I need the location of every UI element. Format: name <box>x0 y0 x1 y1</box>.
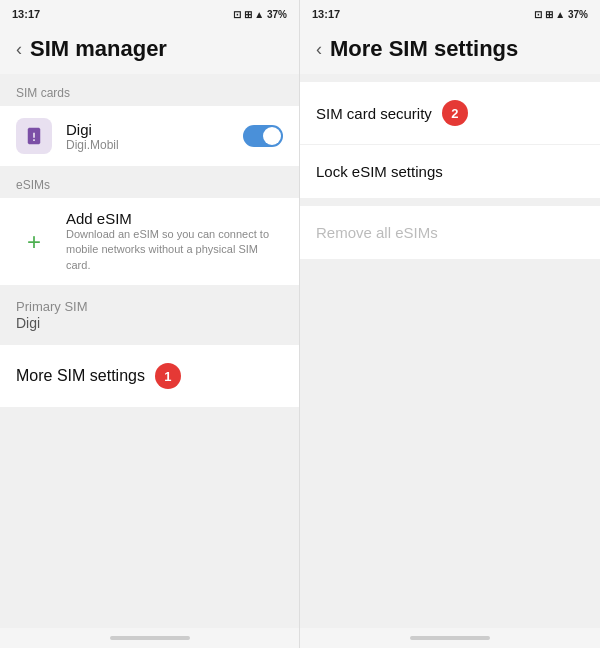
sim-card-security-label: SIM card security <box>316 105 432 122</box>
time-2: 13:17 <box>312 8 340 20</box>
page-title-2: More SIM settings <box>330 36 518 62</box>
battery-icon-1: ⊡ ⊞ ▲ 37% <box>233 9 287 20</box>
sim-card-security-item[interactable]: SIM card security 2 <box>300 82 600 145</box>
back-button-1[interactable]: ‹ <box>16 39 22 60</box>
home-indicator-2 <box>410 636 490 640</box>
esim-add-info: Add eSIM Download an eSIM so you can con… <box>66 210 283 273</box>
add-esim-item[interactable]: + Add eSIM Download an eSIM so you can c… <box>0 198 299 285</box>
content-1: SIM cards Digi Digi.Mobil eSIMs + <box>0 74 299 628</box>
sim-info: Digi Digi.Mobil <box>66 121 229 152</box>
sim-card-item[interactable]: Digi Digi.Mobil <box>0 106 299 166</box>
sim-name: Digi <box>66 121 229 138</box>
remove-all-esims-label: Remove all eSIMs <box>316 224 438 241</box>
back-button-2[interactable]: ‹ <box>316 39 322 60</box>
bottom-bar-2 <box>300 628 600 648</box>
sim-card-icon <box>16 118 52 154</box>
remove-all-esims-item[interactable]: Remove all eSIMs <box>300 206 600 259</box>
home-indicator-1 <box>110 636 190 640</box>
header-2: ‹ More SIM settings <box>300 28 600 74</box>
add-esim-icon: + <box>16 224 52 260</box>
sim-sub: Digi.Mobil <box>66 138 229 152</box>
primary-sim-section: Primary SIM Digi <box>0 285 299 337</box>
lock-esim-settings-item[interactable]: Lock eSIM settings <box>300 145 600 198</box>
primary-sim-label: Primary SIM <box>16 299 283 314</box>
status-bar-icons-2: ⊡ ⊞ ▲ 37% <box>534 9 588 20</box>
top-divider <box>300 74 600 82</box>
esims-label: eSIMs <box>0 166 299 198</box>
header-1: ‹ SIM manager <box>0 28 299 74</box>
sim-manager-screen: 13:17 ⊡ ⊞ ▲ 37% ‹ SIM manager SIM cards … <box>0 0 300 648</box>
battery-icon-2: ⊡ ⊞ ▲ 37% <box>534 9 588 20</box>
status-bar-2: 13:17 ⊡ ⊞ ▲ 37% <box>300 0 600 28</box>
settings-list-2: Remove all eSIMs <box>300 206 600 259</box>
spacer-2 <box>300 259 600 628</box>
status-bar-1: 13:17 ⊡ ⊞ ▲ 37% <box>0 0 299 28</box>
more-sim-settings-item[interactable]: More SIM settings 1 <box>0 345 299 407</box>
lock-esim-settings-label: Lock eSIM settings <box>316 163 443 180</box>
bottom-bar-1 <box>0 628 299 648</box>
esim-add-title: Add eSIM <box>66 210 283 227</box>
sim-cards-label: SIM cards <box>0 74 299 106</box>
settings-list: SIM card security 2 Lock eSIM settings <box>300 82 600 198</box>
status-bar-time-1: 13:17 <box>12 8 40 20</box>
sim-toggle[interactable] <box>243 125 283 147</box>
more-sim-settings-badge: 1 <box>155 363 181 389</box>
time-1: 13:17 <box>12 8 40 20</box>
middle-divider <box>300 198 600 206</box>
sim-card-security-badge: 2 <box>442 100 468 126</box>
page-title-1: SIM manager <box>30 36 167 62</box>
status-bar-icons-1: ⊡ ⊞ ▲ 37% <box>233 9 287 20</box>
esim-add-sub: Download an eSIM so you can connect to m… <box>66 227 283 273</box>
more-sim-settings-label: More SIM settings <box>16 367 145 385</box>
more-sim-settings-screen: 13:17 ⊡ ⊞ ▲ 37% ‹ More SIM settings SIM … <box>300 0 600 648</box>
primary-sim-value: Digi <box>16 315 283 331</box>
status-bar-time-2: 13:17 <box>312 8 340 20</box>
